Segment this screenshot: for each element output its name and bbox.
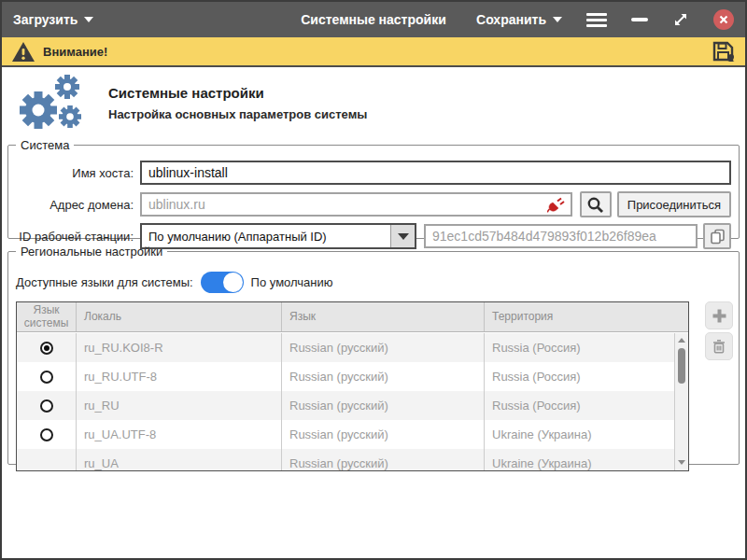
table-row[interactable]: ru_RU.KOI8-R Russian (русский) Russia (Р…	[17, 333, 674, 362]
cell-territory: Ukraine (Украина)	[485, 449, 674, 470]
workstation-id-selected-option: По умолчанию (Аппаратный ID)	[142, 230, 390, 244]
cell-language: Russian (русский)	[282, 420, 485, 449]
scroll-down-icon[interactable]	[675, 455, 688, 469]
locales-table: Язык системы Локаль Язык Территория ru_R…	[16, 301, 689, 471]
chevron-down-icon	[398, 233, 409, 240]
row-radio[interactable]	[40, 371, 53, 384]
table-header: Язык системы Локаль Язык Территория	[17, 302, 688, 332]
table-row[interactable]: ru_RU.UTF-8 Russian (русский) Russia (Ро…	[17, 362, 674, 391]
domain-row: Адрес домена: Присоединит	[14, 191, 731, 217]
page-title: Системные настройки	[108, 85, 367, 101]
table-rows: ru_RU.KOI8-R Russian (русский) Russia (Р…	[17, 333, 674, 470]
cell-territory: Russia (Россия)	[485, 362, 674, 391]
cell-territory: Ukraine (Украина)	[485, 420, 674, 449]
trash-icon	[711, 338, 727, 355]
row-radio[interactable]	[40, 342, 53, 355]
languages-label: Доступные языки для системы:	[16, 275, 193, 289]
join-domain-button[interactable]: Присоединиться	[617, 191, 731, 217]
cell-locale: ru_UA	[77, 449, 282, 470]
cell-language: Russian (русский)	[282, 391, 485, 420]
workstation-id-label: ID рабочей станции:	[14, 230, 134, 244]
search-domain-button[interactable]	[580, 191, 612, 217]
warning-banner: Внимание!	[2, 37, 745, 67]
table-scrollbar[interactable]	[674, 333, 688, 470]
maximize-icon[interactable]	[672, 11, 689, 28]
chevron-down-icon	[553, 17, 562, 22]
toggle-state-label: По умолчанию	[251, 275, 333, 289]
cell-language: Russian (русский)	[282, 362, 485, 391]
menu-icon[interactable]	[586, 13, 607, 27]
copy-icon	[710, 229, 726, 245]
page-subtitle: Настройка основных параметров системы	[108, 107, 367, 121]
toggle-knob	[223, 273, 243, 292]
gears-icon	[13, 73, 93, 133]
warning-text: Внимание!	[43, 45, 107, 59]
titlebar: Загрузить Системные настройки Сохранить	[2, 2, 745, 37]
hostname-input[interactable]	[140, 161, 731, 185]
warning-icon	[11, 41, 35, 63]
system-section-legend: Система	[16, 138, 74, 152]
load-menu-label: Загрузить	[13, 12, 78, 27]
cell-locale: ru_RU.UTF-8	[77, 362, 282, 391]
delete-locale-button[interactable]	[705, 332, 733, 360]
cell-locale: ru_UA.UTF-8	[77, 420, 282, 449]
table-row[interactable]: ru_RU Russian (русский) Russia (Россия)	[17, 391, 674, 420]
disconnected-plug-icon	[547, 197, 565, 213]
table-row[interactable]: ru_UA Russian (русский) Ukraine (Украина…	[17, 449, 674, 470]
hostname-row: Имя хоста:	[14, 160, 731, 186]
column-header-territory: Территория	[485, 302, 688, 331]
save-menu-label: Сохранить	[476, 12, 546, 27]
minimize-icon[interactable]	[631, 18, 648, 21]
cell-locale: ru_RU.KOI8-R	[77, 333, 282, 362]
add-locale-button[interactable]	[705, 301, 733, 329]
load-menu-button[interactable]: Загрузить	[13, 12, 93, 27]
domain-input[interactable]	[140, 192, 572, 217]
row-radio[interactable]	[40, 428, 53, 441]
system-settings-window: Загрузить Системные настройки Сохранить	[0, 0, 747, 560]
languages-toggle-row: Доступные языки для системы: По умолчани…	[16, 270, 333, 294]
column-header-locale: Локаль	[77, 302, 282, 331]
scrollbar-thumb[interactable]	[678, 348, 685, 384]
system-section: Система Имя хоста: Адрес домена:	[7, 138, 740, 239]
table-row[interactable]: ru_UA.UTF-8 Russian (русский) Ukraine (У…	[17, 420, 674, 449]
hostname-label: Имя хоста:	[14, 166, 134, 180]
regional-section: Региональные настройки Доступные языки д…	[7, 245, 740, 465]
save-warning-icon[interactable]	[712, 41, 736, 63]
regional-section-legend: Региональные настройки	[16, 245, 167, 259]
scroll-up-icon[interactable]	[675, 333, 688, 346]
page-header: Системные настройки Настройка основных п…	[2, 69, 745, 136]
domain-label: Адрес домена:	[14, 198, 134, 212]
cell-locale: ru_RU	[77, 391, 282, 420]
column-header-language: Язык	[282, 302, 485, 331]
column-header-system-language: Язык системы	[17, 302, 77, 331]
search-icon	[586, 196, 604, 214]
save-menu-button[interactable]: Сохранить	[476, 12, 562, 27]
cell-territory: Russia (Россия)	[485, 391, 674, 420]
languages-toggle[interactable]	[201, 272, 244, 293]
row-radio[interactable]	[40, 399, 53, 413]
plus-icon	[712, 308, 727, 324]
cell-territory: Russia (Россия)	[485, 333, 674, 362]
chevron-down-icon	[84, 17, 93, 22]
close-icon[interactable]	[713, 9, 734, 30]
cell-language: Russian (русский)	[282, 333, 485, 362]
cell-language: Russian (русский)	[282, 449, 485, 470]
